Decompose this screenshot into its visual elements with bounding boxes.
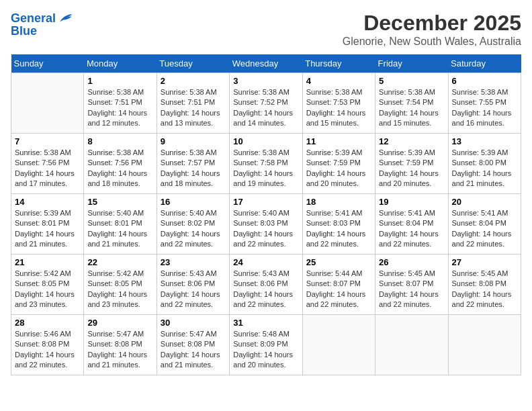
day-info: Sunrise: 5:39 AM Sunset: 8:00 PM Dayligh… bbox=[452, 148, 517, 189]
day-number: 3 bbox=[233, 76, 298, 86]
calendar-cell: 1Sunrise: 5:38 AM Sunset: 7:51 PM Daylig… bbox=[84, 73, 157, 134]
calendar-cell: 3Sunrise: 5:38 AM Sunset: 7:52 PM Daylig… bbox=[230, 73, 302, 134]
day-header-thursday: Thursday bbox=[302, 54, 375, 73]
day-number: 26 bbox=[379, 257, 444, 267]
calendar-week-5: 28Sunrise: 5:46 AM Sunset: 8:08 PM Dayli… bbox=[11, 315, 521, 375]
calendar-cell: 6Sunrise: 5:38 AM Sunset: 7:55 PM Daylig… bbox=[448, 73, 521, 134]
day-number: 19 bbox=[379, 197, 444, 207]
day-info: Sunrise: 5:45 AM Sunset: 8:08 PM Dayligh… bbox=[452, 269, 517, 310]
logo-text2: Blue bbox=[11, 24, 37, 39]
day-number: 28 bbox=[15, 318, 80, 328]
day-info: Sunrise: 5:43 AM Sunset: 8:06 PM Dayligh… bbox=[233, 269, 298, 310]
day-info: Sunrise: 5:42 AM Sunset: 8:05 PM Dayligh… bbox=[15, 269, 80, 310]
page-title: December 2025 bbox=[343, 11, 521, 36]
day-number: 20 bbox=[452, 197, 517, 207]
day-info: Sunrise: 5:41 AM Sunset: 8:04 PM Dayligh… bbox=[379, 208, 444, 250]
day-info: Sunrise: 5:38 AM Sunset: 7:51 PM Dayligh… bbox=[87, 87, 152, 129]
day-header-sunday: Sunday bbox=[11, 54, 84, 73]
calendar-cell: 10Sunrise: 5:38 AM Sunset: 7:58 PM Dayli… bbox=[230, 134, 302, 194]
logo-bird-icon bbox=[57, 11, 73, 27]
logo: General Blue bbox=[11, 11, 73, 39]
calendar-cell: 15Sunrise: 5:40 AM Sunset: 8:01 PM Dayli… bbox=[84, 194, 157, 255]
day-header-friday: Friday bbox=[375, 54, 448, 73]
calendar-cell: 8Sunrise: 5:38 AM Sunset: 7:56 PM Daylig… bbox=[84, 134, 157, 194]
calendar-cell: 27Sunrise: 5:45 AM Sunset: 8:08 PM Dayli… bbox=[448, 255, 521, 315]
calendar-cell bbox=[302, 315, 375, 375]
calendar-cell: 20Sunrise: 5:41 AM Sunset: 8:04 PM Dayli… bbox=[448, 194, 521, 255]
day-number: 9 bbox=[161, 136, 226, 146]
day-number: 31 bbox=[233, 318, 298, 328]
calendar-cell: 24Sunrise: 5:43 AM Sunset: 8:06 PM Dayli… bbox=[230, 255, 302, 315]
calendar-cell: 28Sunrise: 5:46 AM Sunset: 8:08 PM Dayli… bbox=[11, 315, 84, 375]
day-info: Sunrise: 5:47 AM Sunset: 8:08 PM Dayligh… bbox=[87, 329, 152, 371]
day-number: 22 bbox=[87, 257, 152, 267]
day-info: Sunrise: 5:40 AM Sunset: 8:01 PM Dayligh… bbox=[87, 208, 152, 250]
day-number: 27 bbox=[452, 257, 517, 267]
day-info: Sunrise: 5:38 AM Sunset: 7:53 PM Dayligh… bbox=[306, 87, 371, 129]
page-header: General Blue December 2025 Glenorie, New… bbox=[11, 11, 521, 48]
calendar-header-row: SundayMondayTuesdayWednesdayThursdayFrid… bbox=[11, 54, 521, 73]
day-number: 25 bbox=[306, 257, 371, 267]
calendar-cell bbox=[11, 73, 84, 134]
calendar-cell: 7Sunrise: 5:38 AM Sunset: 7:56 PM Daylig… bbox=[11, 134, 84, 194]
calendar-cell: 23Sunrise: 5:43 AM Sunset: 8:06 PM Dayli… bbox=[157, 255, 229, 315]
day-info: Sunrise: 5:38 AM Sunset: 7:54 PM Dayligh… bbox=[379, 87, 444, 129]
day-number: 5 bbox=[379, 76, 444, 86]
day-info: Sunrise: 5:38 AM Sunset: 7:58 PM Dayligh… bbox=[233, 148, 298, 189]
calendar-cell bbox=[375, 315, 448, 375]
day-info: Sunrise: 5:45 AM Sunset: 8:07 PM Dayligh… bbox=[379, 269, 444, 310]
calendar-cell: 14Sunrise: 5:39 AM Sunset: 8:01 PM Dayli… bbox=[11, 194, 84, 255]
calendar-cell: 29Sunrise: 5:47 AM Sunset: 8:08 PM Dayli… bbox=[84, 315, 157, 375]
calendar-cell: 25Sunrise: 5:44 AM Sunset: 8:07 PM Dayli… bbox=[302, 255, 375, 315]
calendar-week-2: 7Sunrise: 5:38 AM Sunset: 7:56 PM Daylig… bbox=[11, 134, 521, 194]
calendar-cell: 18Sunrise: 5:41 AM Sunset: 8:03 PM Dayli… bbox=[302, 194, 375, 255]
day-number: 18 bbox=[306, 197, 371, 207]
day-number: 10 bbox=[233, 136, 298, 146]
calendar-cell: 22Sunrise: 5:42 AM Sunset: 8:05 PM Dayli… bbox=[84, 255, 157, 315]
day-number: 29 bbox=[87, 318, 152, 328]
calendar-week-4: 21Sunrise: 5:42 AM Sunset: 8:05 PM Dayli… bbox=[11, 255, 521, 315]
day-info: Sunrise: 5:41 AM Sunset: 8:04 PM Dayligh… bbox=[452, 208, 517, 250]
calendar-cell: 31Sunrise: 5:48 AM Sunset: 8:09 PM Dayli… bbox=[230, 315, 302, 375]
day-info: Sunrise: 5:41 AM Sunset: 8:03 PM Dayligh… bbox=[306, 208, 371, 250]
day-info: Sunrise: 5:46 AM Sunset: 8:08 PM Dayligh… bbox=[15, 329, 80, 371]
calendar-cell: 12Sunrise: 5:39 AM Sunset: 7:59 PM Dayli… bbox=[375, 134, 448, 194]
day-number: 17 bbox=[233, 197, 298, 207]
calendar-cell: 21Sunrise: 5:42 AM Sunset: 8:05 PM Dayli… bbox=[11, 255, 84, 315]
day-number: 2 bbox=[161, 76, 226, 86]
day-info: Sunrise: 5:38 AM Sunset: 7:57 PM Dayligh… bbox=[161, 148, 226, 189]
day-info: Sunrise: 5:39 AM Sunset: 8:01 PM Dayligh… bbox=[15, 208, 80, 250]
calendar-cell: 30Sunrise: 5:47 AM Sunset: 8:08 PM Dayli… bbox=[157, 315, 229, 375]
calendar-cell: 16Sunrise: 5:40 AM Sunset: 8:02 PM Dayli… bbox=[157, 194, 229, 255]
day-info: Sunrise: 5:39 AM Sunset: 7:59 PM Dayligh… bbox=[379, 148, 444, 189]
day-info: Sunrise: 5:40 AM Sunset: 8:02 PM Dayligh… bbox=[161, 208, 226, 250]
title-section: December 2025 Glenorie, New South Wales,… bbox=[343, 11, 521, 48]
calendar-cell: 9Sunrise: 5:38 AM Sunset: 7:57 PM Daylig… bbox=[157, 134, 229, 194]
day-info: Sunrise: 5:44 AM Sunset: 8:07 PM Dayligh… bbox=[306, 269, 371, 310]
calendar-cell bbox=[448, 315, 521, 375]
day-number: 12 bbox=[379, 136, 444, 146]
day-number: 6 bbox=[452, 76, 517, 86]
calendar-cell: 5Sunrise: 5:38 AM Sunset: 7:54 PM Daylig… bbox=[375, 73, 448, 134]
day-number: 4 bbox=[306, 76, 371, 86]
day-number: 14 bbox=[15, 197, 80, 207]
day-header-tuesday: Tuesday bbox=[157, 54, 229, 73]
day-info: Sunrise: 5:38 AM Sunset: 7:56 PM Dayligh… bbox=[87, 148, 152, 189]
day-number: 23 bbox=[161, 257, 226, 267]
calendar-week-1: 1Sunrise: 5:38 AM Sunset: 7:51 PM Daylig… bbox=[11, 73, 521, 134]
day-info: Sunrise: 5:43 AM Sunset: 8:06 PM Dayligh… bbox=[161, 269, 226, 310]
calendar-cell: 2Sunrise: 5:38 AM Sunset: 7:51 PM Daylig… bbox=[157, 73, 229, 134]
calendar-cell: 26Sunrise: 5:45 AM Sunset: 8:07 PM Dayli… bbox=[375, 255, 448, 315]
day-info: Sunrise: 5:40 AM Sunset: 8:03 PM Dayligh… bbox=[233, 208, 298, 250]
day-info: Sunrise: 5:38 AM Sunset: 7:51 PM Dayligh… bbox=[161, 87, 226, 129]
day-number: 16 bbox=[161, 197, 226, 207]
day-header-wednesday: Wednesday bbox=[230, 54, 302, 73]
calendar-cell: 11Sunrise: 5:39 AM Sunset: 7:59 PM Dayli… bbox=[302, 134, 375, 194]
day-number: 24 bbox=[233, 257, 298, 267]
day-number: 8 bbox=[87, 136, 152, 146]
day-number: 21 bbox=[15, 257, 80, 267]
calendar-table: SundayMondayTuesdayWednesdayThursdayFrid… bbox=[11, 54, 521, 375]
day-number: 1 bbox=[87, 76, 152, 86]
calendar-cell: 19Sunrise: 5:41 AM Sunset: 8:04 PM Dayli… bbox=[375, 194, 448, 255]
calendar-week-3: 14Sunrise: 5:39 AM Sunset: 8:01 PM Dayli… bbox=[11, 194, 521, 255]
